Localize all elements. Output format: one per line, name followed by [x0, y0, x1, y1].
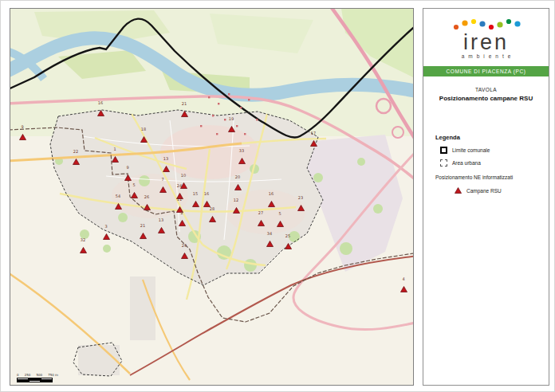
- scale-bar-cell: [41, 380, 53, 382]
- rsu-marker: 54: [115, 198, 122, 205]
- legend: Legenda Limite comunale Area urbana Posi…: [423, 134, 549, 194]
- rsu-marker: 19: [228, 121, 235, 127]
- rsu-marker-triangle-icon: [258, 220, 265, 226]
- map-scale-bar: 0 250 500 750 m: [17, 373, 58, 382]
- rsu-marker: 21: [140, 228, 147, 234]
- rsu-marker: 3: [103, 229, 110, 235]
- rsu-marker-label: 4: [402, 276, 404, 281]
- rsu-marker-label: 28: [210, 206, 215, 211]
- rsu-marker-label: 19: [229, 116, 234, 121]
- rsu-marker: 9: [124, 170, 132, 176]
- rsu-marker: 12: [233, 202, 240, 209]
- rsu-marker: 11: [176, 202, 183, 208]
- rsu-marker-label: 54: [116, 194, 120, 198]
- rsu-marker-label: 25: [285, 233, 290, 238]
- rsu-marker-label: 26: [144, 194, 149, 199]
- rsu-marker: 29: [181, 248, 188, 254]
- rsu-marker-label: 29: [182, 243, 187, 248]
- iren-logo-subtitle: ambiente: [423, 53, 549, 59]
- rsu-marker: 15: [192, 196, 199, 202]
- scale-bar-labels: 0 250 500 750 m: [17, 373, 58, 377]
- rsu-marker: 22: [73, 154, 80, 160]
- rsu-marker-label: 34: [267, 231, 272, 236]
- rsu-marker-triangle-icon: [144, 204, 151, 210]
- rsu-marker: 21: [181, 106, 188, 112]
- rsu-marker: 24: [176, 188, 183, 194]
- rsu-marker: 26: [144, 199, 151, 206]
- comune-banner: COMUNE DI PIACENZA (PC): [423, 66, 549, 76]
- rsu-marker-triangle-icon: [124, 174, 132, 181]
- rsu-marker-label: 10: [181, 173, 186, 178]
- rsu-marker: 17: [310, 135, 317, 142]
- rsu-marker-triangle-icon: [228, 126, 235, 132]
- rsu-marker: 5: [277, 216, 284, 222]
- rsu-marker-label: 2: [180, 210, 183, 215]
- tavola-label: TAVOLA: [423, 87, 549, 92]
- legend-item-limite-comunale: Limite comunale: [440, 147, 549, 154]
- rsu-marker: 18: [140, 131, 148, 138]
- rsu-marker-label: 1: [113, 147, 116, 151]
- area-urbana-symbol: [440, 159, 447, 167]
- map-panel: 9162118191713322139102075241516165426231…: [10, 8, 414, 386]
- legend-item-area-urbana: Area urbana: [440, 159, 549, 167]
- scale-bar-cell: [29, 380, 41, 382]
- rsu-marker-triangle-icon: [19, 134, 26, 140]
- rsu-marker-label: 17: [311, 131, 316, 135]
- rsu-marker-label: 5: [132, 182, 135, 187]
- scale-label: 0: [17, 373, 19, 377]
- rsu-marker-label: 33: [239, 148, 244, 153]
- rsu-marker-label: 11: [177, 197, 182, 202]
- rsu-marker-label: 20: [235, 174, 240, 179]
- rsu-marker-triangle-icon: [192, 201, 199, 207]
- rsu-marker-triangle-icon: [179, 220, 186, 226]
- rsu-marker-label: 21: [182, 101, 187, 106]
- title-block-panel: iren ambiente COMUNE DI PIACENZA (PC) TA…: [423, 8, 549, 386]
- rsu-marker: 9: [19, 129, 26, 135]
- markers-layer: 9162118191713322139102075241516165426231…: [10, 9, 413, 385]
- rsu-marker-label: 23: [298, 195, 303, 200]
- rsu-marker-triangle-icon: [103, 233, 110, 240]
- rsu-marker: 16: [203, 196, 211, 202]
- legend-item-label: Campane RSU: [466, 188, 502, 194]
- document-page: 9162118191713322139102075241516165426231…: [0, 0, 555, 392]
- legend-item-campane-rsu: Campane RSU: [455, 187, 549, 194]
- rsu-marker: 28: [209, 211, 216, 218]
- rsu-marker-triangle-icon: [268, 201, 275, 207]
- rsu-marker: 2: [179, 215, 186, 221]
- rsu-marker-triangle-icon: [163, 166, 170, 172]
- rsu-marker-label: 15: [193, 191, 198, 196]
- rsu-marker-label: 9: [21, 124, 23, 129]
- rsu-marker-triangle-icon: [158, 227, 165, 233]
- rsu-marker-triangle-icon: [159, 186, 167, 193]
- rsu-marker-triangle-icon: [140, 136, 148, 143]
- rsu-marker: 4: [400, 281, 407, 288]
- legend-item-label: Limite comunale: [452, 147, 490, 153]
- legend-item-label: Area urbana: [452, 160, 481, 166]
- rsu-marker-label: 27: [258, 210, 263, 215]
- rsu-marker-triangle-icon: [181, 111, 188, 117]
- rsu-marker-label: 21: [140, 223, 145, 228]
- rsu-marker-label: 7: [161, 177, 163, 182]
- rsu-marker-label: 12: [234, 198, 238, 202]
- rsu-marker-label: 18: [141, 127, 146, 131]
- rsu-marker: 20: [234, 179, 242, 186]
- rsu-marker-triangle-icon: [285, 243, 292, 249]
- rsu-marker-triangle-icon: [297, 205, 305, 211]
- rsu-marker-triangle-icon: [400, 286, 407, 292]
- rsu-marker: 13: [163, 161, 170, 167]
- rsu-marker: 16: [268, 196, 275, 202]
- rsu-marker: 13: [158, 222, 165, 229]
- rsu-marker-label: 13: [163, 156, 168, 161]
- rsu-marker: 34: [266, 236, 274, 242]
- rsu-marker: 5: [131, 187, 138, 194]
- rsu-marker: 33: [238, 153, 246, 159]
- rsu-marker-label: 3: [104, 224, 107, 229]
- map-title: Posizionamento campane RSU: [423, 95, 549, 102]
- rsu-marker-label: 22: [73, 149, 78, 154]
- rsu-marker-triangle-icon: [97, 110, 104, 116]
- rsu-marker: 27: [258, 215, 265, 221]
- rsu-marker-label: 9: [126, 165, 128, 170]
- scale-label: 500: [36, 373, 42, 377]
- limite-comunale-symbol: [440, 147, 447, 154]
- rsu-marker-triangle-icon: [80, 247, 87, 253]
